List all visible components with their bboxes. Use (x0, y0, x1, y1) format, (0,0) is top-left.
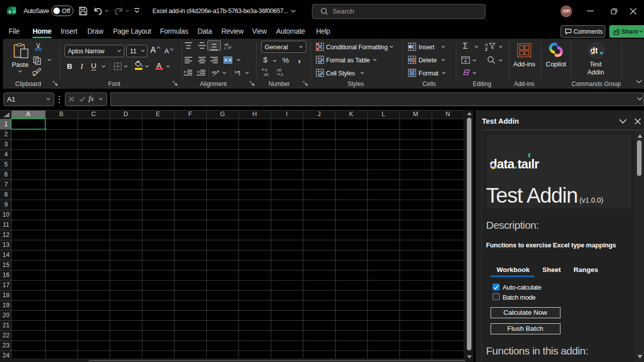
svg-text:.00: .00 (263, 72, 268, 76)
svg-text:¶: ¶ (237, 70, 240, 76)
svg-text:0: 0 (281, 72, 283, 76)
svg-text:0: 0 (265, 68, 267, 72)
svg-text:.00: .00 (276, 68, 281, 72)
svg-text:c: c (224, 46, 226, 50)
svg-text:x: x (9, 9, 11, 14)
svg-text:Z: Z (485, 47, 488, 51)
